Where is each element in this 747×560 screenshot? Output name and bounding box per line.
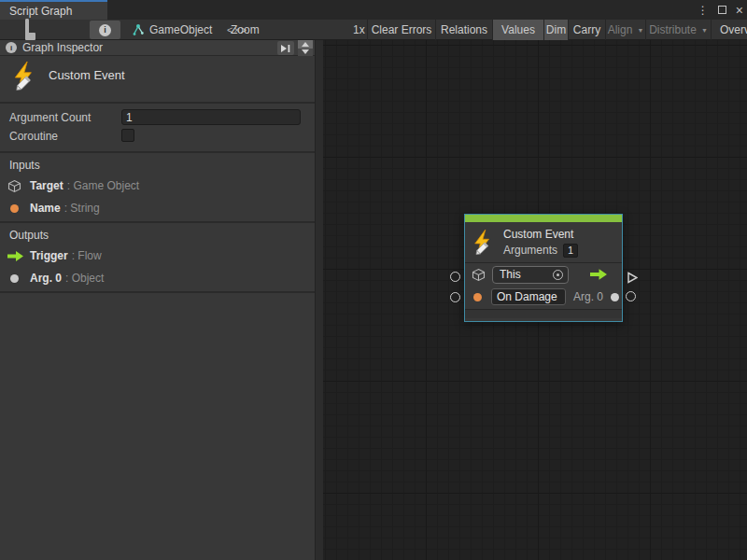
event-name-input[interactable] xyxy=(491,288,566,305)
graph-toolbar: i <×> GameObject Zoom 1x Clear Errors xyxy=(0,20,747,40)
inputs-heading: Inputs xyxy=(9,159,40,172)
tab-script-graph[interactable]: Script Graph xyxy=(0,0,107,20)
gameobject-icon xyxy=(132,23,145,36)
graph-inspector-panel: i Graph Inspector Custom Event xyxy=(0,40,315,560)
argument-count-input[interactable] xyxy=(121,109,301,125)
output-trigger-type: : Flow xyxy=(72,249,102,262)
chevron-down-icon: ▼ xyxy=(701,27,708,34)
input-row-target: Target : Game Object xyxy=(7,178,306,193)
input-name-type: : String xyxy=(64,202,100,215)
zoom-label: Zoom xyxy=(231,20,260,40)
inspector-unit-title: Custom Event xyxy=(49,68,125,82)
scroll-down-icon[interactable] xyxy=(298,49,313,57)
object-port-icon xyxy=(10,274,19,283)
arguments-label: Arguments xyxy=(503,244,557,257)
close-icon[interactable]: × xyxy=(736,4,743,17)
coroutine-label: Coroutine xyxy=(9,130,58,143)
gameobject-label: GameObject xyxy=(149,23,212,36)
cube-icon xyxy=(7,179,21,193)
overview-button[interactable]: Overview xyxy=(711,20,747,40)
clear-errors-button[interactable]: Clear Errors xyxy=(367,20,435,40)
graph-inspector-title: Graph Inspector xyxy=(22,41,103,54)
values-toggle-button[interactable]: Values xyxy=(492,20,543,40)
scroll-up-icon[interactable] xyxy=(298,40,313,49)
input-target-type: : Game Object xyxy=(67,179,139,192)
zoom-value: 1x xyxy=(353,20,365,40)
node-row-target: This xyxy=(465,263,622,286)
input-row-name: Name : String xyxy=(7,201,306,216)
output-arg0-name: Arg. 0 xyxy=(30,272,62,285)
output-row-arg0: Arg. 0 : Object xyxy=(7,271,306,286)
argument-count-label: Argument Count xyxy=(9,111,91,124)
gameobject-reference[interactable]: GameObject xyxy=(132,20,212,40)
event-color-bar xyxy=(465,215,622,222)
coroutine-checkbox[interactable] xyxy=(121,129,134,142)
carry-toggle-button[interactable]: Carry xyxy=(568,20,605,40)
panel-divider[interactable] xyxy=(315,40,323,560)
string-port-icon xyxy=(473,293,482,301)
custom-event-node[interactable]: Custom Event Arguments 1 This Arg. 0 xyxy=(464,214,623,322)
dim-toggle-button[interactable]: Dim xyxy=(543,20,568,40)
output-port-arg0[interactable] xyxy=(626,291,636,301)
graph-inspector-header: i Graph Inspector xyxy=(0,40,315,56)
title-bar: Script Graph ⋮ × xyxy=(0,0,747,20)
output-trigger-name: Trigger xyxy=(30,249,68,262)
chevron-down-icon: ▼ xyxy=(637,27,643,34)
tab-label: Script Graph xyxy=(9,5,72,18)
panel-scroll-spinner xyxy=(298,40,313,56)
object-picker-icon[interactable] xyxy=(553,270,563,280)
node-title: Custom Event xyxy=(503,228,578,241)
output-port-trigger[interactable] xyxy=(627,271,638,287)
info-icon: i xyxy=(6,42,17,53)
node-footer xyxy=(465,309,622,318)
relations-button[interactable]: Relations xyxy=(435,20,492,40)
inspector-toggle-button[interactable]: i xyxy=(90,21,120,39)
maximize-icon[interactable] xyxy=(718,6,726,14)
input-name-name: Name xyxy=(30,202,61,215)
unity-script-graph-window: Script Graph ⋮ × i <×> GameObject xyxy=(0,0,747,560)
align-dropdown[interactable]: Align ▼ xyxy=(605,20,645,40)
arg0-output-dot xyxy=(611,293,619,301)
node-row-name: Arg. 0 xyxy=(465,286,622,308)
distribute-dropdown[interactable]: Distribute ▼ xyxy=(645,20,711,40)
flow-arrow-icon xyxy=(590,269,607,280)
info-icon: i xyxy=(99,24,111,36)
output-arg0-type: : Object xyxy=(65,272,104,285)
window-menu-icon[interactable]: ⋮ xyxy=(698,5,709,16)
arguments-count-field[interactable]: 1 xyxy=(563,244,578,258)
dock-panel-icon[interactable] xyxy=(277,41,294,55)
outputs-heading: Outputs xyxy=(9,229,49,242)
lock-icon[interactable] xyxy=(25,20,35,40)
flow-arrow-icon xyxy=(7,251,23,261)
custom-event-icon xyxy=(11,62,39,91)
string-port-icon xyxy=(10,204,19,213)
trigger-port-triangle-icon xyxy=(627,272,638,284)
arg0-label: Arg. 0 xyxy=(573,290,603,303)
window-controls: ⋮ × xyxy=(698,0,743,20)
custom-event-icon xyxy=(472,230,496,256)
input-port-target[interactable] xyxy=(450,272,460,282)
input-target-name: Target xyxy=(30,179,63,192)
target-object-dropdown[interactable]: This xyxy=(492,266,569,284)
output-row-trigger: Trigger : Flow xyxy=(7,248,306,263)
cube-icon xyxy=(472,268,486,282)
target-value: This xyxy=(500,268,553,281)
input-port-name[interactable] xyxy=(450,292,460,302)
node-header[interactable]: Custom Event Arguments 1 xyxy=(465,222,622,263)
